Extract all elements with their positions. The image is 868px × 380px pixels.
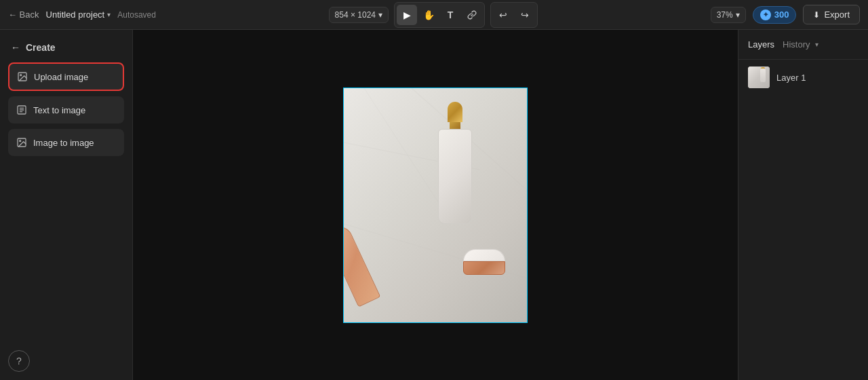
bottle-cap	[448, 102, 462, 122]
link-tool-button[interactable]	[462, 5, 482, 25]
canvas-size-label: 854 × 1024	[335, 10, 376, 20]
project-name[interactable]: Untitled project	[46, 10, 105, 20]
zoom-selector[interactable]: 37% ▾	[711, 7, 746, 23]
canvas-size-selector[interactable]: 854 × 1024 ▾	[329, 7, 389, 23]
select-tool-button[interactable]: ▶	[397, 5, 417, 25]
hand-tool-button[interactable]: ✋	[418, 5, 439, 25]
bottle-neck	[450, 122, 460, 129]
canvas-area[interactable]	[133, 30, 738, 380]
canvas-size-chevron-icon: ▾	[378, 10, 382, 20]
bottle-body	[438, 129, 472, 224]
sidebar-item-text-to-image[interactable]: Text to image	[8, 96, 124, 124]
svg-point-1	[20, 75, 22, 76]
sidebar-back-icon: ←	[11, 42, 20, 53]
tab-history[interactable]: History	[783, 37, 810, 52]
export-button[interactable]: ⬇ Export	[803, 5, 860, 24]
topbar-left: ← Back Untitled project ▾ Autosaved	[8, 10, 156, 20]
sidebar-header-label: Create	[26, 42, 56, 53]
jar-base	[463, 261, 505, 275]
sidebar-text-to-image-label: Text to image	[33, 105, 85, 115]
autosaved-label: Autosaved	[117, 10, 156, 20]
tab-layers[interactable]: Layers	[748, 37, 774, 52]
right-panel-header: Layers History ▾	[738, 30, 868, 60]
sidebar-upload-image-label: Upload image	[34, 72, 88, 82]
right-panel: Layers History ▾ Layer 1	[738, 30, 868, 380]
credits-icon: ✦	[760, 10, 771, 20]
canvas-image-wrapper	[343, 88, 528, 323]
text-tool-button[interactable]: T	[440, 5, 460, 25]
topbar-center: 854 × 1024 ▾ ▶ ✋ T ↩ ↪	[164, 2, 703, 28]
cosmetic-jar	[463, 249, 507, 275]
export-down-icon: ⬇	[813, 10, 820, 20]
history-chevron-icon[interactable]: ▾	[815, 41, 818, 48]
sidebar-item-image-to-image[interactable]: Image to image	[8, 129, 124, 156]
svg-point-4	[20, 140, 21, 142]
jar-lid	[463, 249, 505, 261]
layer-thumb-inner	[748, 66, 770, 88]
cosmetic-bottle	[437, 102, 473, 224]
help-button[interactable]: ?	[8, 350, 30, 372]
main-area: ← Create Upload image Text to image	[0, 30, 868, 380]
undo-button[interactable]: ↩	[493, 5, 513, 25]
credits-count: 300	[774, 10, 789, 20]
export-label: Export	[824, 10, 850, 20]
layer-name: Layer 1	[776, 73, 806, 83]
tool-group: ▶ ✋ T	[394, 2, 485, 28]
zoom-level-label: 37%	[717, 10, 733, 20]
canvas-image	[344, 88, 527, 322]
product-scene	[344, 88, 527, 322]
layer-thumb-bottle	[760, 69, 766, 82]
layer-thumbnail	[748, 66, 770, 88]
back-label: ← Back	[8, 10, 39, 20]
project-name-group: Untitled project ▾	[46, 10, 111, 20]
undo-redo-group: ↩ ↪	[490, 2, 538, 28]
sidebar-item-upload-image[interactable]: Upload image	[8, 62, 124, 91]
left-sidebar: ← Create Upload image Text to image	[0, 30, 133, 380]
text-to-image-icon	[16, 104, 28, 116]
back-button[interactable]: ← Back	[8, 10, 39, 20]
sidebar-image-to-image-label: Image to image	[33, 138, 94, 148]
upload-image-icon	[16, 71, 28, 83]
image-to-image-icon	[16, 136, 28, 149]
redo-button[interactable]: ↪	[515, 5, 535, 25]
sidebar-bottom: ?	[8, 350, 124, 372]
zoom-chevron-icon: ▾	[736, 10, 740, 20]
sidebar-header: ← Create	[8, 38, 124, 57]
credits-badge[interactable]: ✦ 300	[753, 6, 797, 24]
layer-item[interactable]: Layer 1	[738, 60, 868, 95]
help-icon: ?	[16, 356, 22, 366]
topbar: ← Back Untitled project ▾ Autosaved 854 …	[0, 0, 868, 30]
topbar-right: 37% ▾ ✦ 300 ⬇ Export	[711, 5, 860, 24]
project-name-chevron-icon[interactable]: ▾	[107, 11, 111, 18]
